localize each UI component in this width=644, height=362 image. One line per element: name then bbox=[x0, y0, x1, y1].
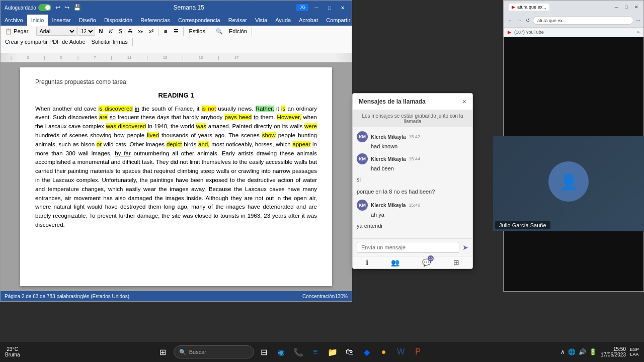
time-display[interactable]: 15:50 17/06/2023 bbox=[601, 346, 626, 357]
word-content-area[interactable]: Preguntas propuestas como tarea: READING… bbox=[1, 62, 352, 291]
apps-icon[interactable]: ⊞ bbox=[453, 258, 459, 266]
strikethrough-button[interactable]: S bbox=[126, 27, 134, 35]
address-text: atura que ex... bbox=[537, 18, 567, 23]
view-mode[interactable]: Concentración bbox=[302, 294, 335, 299]
browser-minimize[interactable]: ─ bbox=[612, 3, 620, 11]
task-view-icon[interactable]: ⊟ bbox=[257, 345, 271, 359]
superscript-button[interactable]: x² bbox=[146, 27, 156, 35]
user-badge[interactable]: JG bbox=[296, 4, 308, 11]
teams-messages-list[interactable]: KM Klerck Mikayla 15:42 had known KM Kle… bbox=[353, 127, 472, 238]
paste-button[interactable]: 📋 Pegar bbox=[3, 27, 31, 36]
reload-button[interactable]: ↺ bbox=[525, 17, 531, 24]
maximize-button[interactable]: □ bbox=[325, 4, 335, 11]
save-icon[interactable]: 💾 bbox=[73, 4, 81, 11]
redo-icon[interactable]: ↪ bbox=[64, 4, 69, 11]
battery-icon[interactable]: 🔋 bbox=[589, 348, 597, 355]
menu-vista[interactable]: Vista bbox=[251, 15, 271, 26]
participants-icon[interactable]: 👥 bbox=[391, 258, 399, 266]
align-left-button[interactable]: ≡ bbox=[162, 27, 170, 35]
volume-icon[interactable]: 🔊 bbox=[579, 348, 586, 355]
search-bar[interactable]: 🔍 Buscar bbox=[174, 345, 254, 358]
video-avatar: 👤 bbox=[548, 161, 589, 202]
menu-disposicion[interactable]: Disposición bbox=[100, 15, 136, 26]
teams-msg-header-3: KM Klerck Mikayla 15:46 bbox=[357, 200, 468, 211]
address-bar[interactable]: atura que ex... bbox=[533, 16, 633, 25]
powerpoint-taskbar-icon[interactable]: P bbox=[411, 345, 425, 359]
bullets-button[interactable]: ☰ bbox=[171, 27, 181, 36]
browser-maximize[interactable]: □ bbox=[622, 3, 630, 11]
menu-referencias[interactable]: Referencias bbox=[136, 15, 174, 26]
info-icon[interactable]: ℹ bbox=[366, 258, 368, 266]
undo-icon[interactable]: ↩ bbox=[55, 4, 60, 11]
menu-insertar[interactable]: Insertar bbox=[48, 15, 74, 26]
autosave-toggle[interactable] bbox=[38, 4, 51, 11]
teams-call-toolbar: ℹ 👥 💬 10 ⊞ bbox=[353, 256, 472, 268]
ruler-mark: | bbox=[77, 55, 78, 60]
highlight-or: or bbox=[97, 141, 102, 147]
vscode-icon[interactable]: ≡ bbox=[308, 345, 323, 359]
word-count: 3 de 783 palabras bbox=[36, 294, 76, 299]
underline-on: on bbox=[274, 123, 280, 129]
menu-diseño[interactable]: Diseño bbox=[75, 15, 100, 26]
teams-taskbar-icon[interactable]: 📞 bbox=[291, 345, 305, 359]
chat-icon[interactable]: 💬 10 bbox=[422, 258, 431, 266]
request-signatures-button[interactable]: Solicitar firmas bbox=[89, 38, 130, 46]
youtube-bookmark-label[interactable]: (187) YouTube bbox=[514, 30, 544, 35]
language-indicator[interactable]: ESP LAA bbox=[630, 347, 639, 357]
font-group: Arial 12 N K S S x₂ x² bbox=[36, 27, 158, 36]
font-select[interactable]: Arial bbox=[36, 27, 76, 36]
menu-archivo[interactable]: Archivo bbox=[1, 15, 27, 26]
teams-call-panel: Mensajes de la llamada × Los mensajes se… bbox=[352, 93, 473, 269]
styles-button[interactable]: Estilos bbox=[187, 27, 208, 35]
bold-button[interactable]: N bbox=[96, 27, 105, 35]
font-size-select[interactable]: 12 bbox=[77, 27, 95, 36]
teams-text-4: porque en la 8 no es had been? bbox=[357, 188, 468, 196]
edition-button[interactable]: Edición bbox=[226, 27, 250, 35]
teams-text-6: ya entendi bbox=[357, 222, 468, 230]
store-icon[interactable]: 🛍 bbox=[343, 345, 357, 359]
ruler-mark: 11 bbox=[127, 55, 132, 60]
teams-sender-2: Klerck Mikayla bbox=[371, 156, 406, 162]
ruler-mark: | bbox=[218, 55, 219, 60]
menu-revisar[interactable]: Revisar bbox=[224, 15, 251, 26]
start-button[interactable]: ⊞ bbox=[155, 344, 171, 359]
taskbar-center: ⊞ 🔍 Buscar ⊟ ◉ 📞 ≡ 📁 🛍 ◆ ● W P bbox=[155, 344, 425, 359]
italic-button[interactable]: K bbox=[106, 27, 115, 35]
teams-send-button[interactable]: ➤ bbox=[462, 243, 468, 251]
menu-acrobat[interactable]: Acrobat bbox=[295, 15, 322, 26]
browser-tab[interactable]: ▶ atura que ex... bbox=[509, 4, 549, 11]
find-button[interactable]: 🔍 bbox=[213, 27, 225, 36]
create-pdf-button[interactable]: Crear y compartir PDF de Adobe bbox=[3, 38, 88, 46]
back-button[interactable]: ← bbox=[507, 17, 514, 24]
ruler-mark: 17 bbox=[234, 55, 239, 60]
browser-close[interactable]: ✕ bbox=[632, 3, 640, 11]
forward-button[interactable]: → bbox=[516, 17, 523, 24]
menu-inicio[interactable]: Inicio bbox=[27, 15, 48, 26]
network-icon[interactable]: 🌐 bbox=[568, 348, 576, 355]
teams-sender-3: Klerck Mikayla bbox=[371, 203, 406, 208]
language-indicator: Inglés (Estados Unidos) bbox=[76, 294, 129, 299]
highlight-lived: lived bbox=[147, 132, 159, 138]
word-doc-name: Semana 15 bbox=[173, 4, 204, 11]
subscript-button[interactable]: x₂ bbox=[135, 27, 145, 36]
current-date: 17/06/2023 bbox=[601, 352, 626, 357]
underline-button[interactable]: S bbox=[116, 27, 125, 35]
menu-compartir[interactable]: Compartir bbox=[322, 15, 354, 26]
teams-time-3: 15:46 bbox=[409, 203, 421, 208]
dropbox-icon[interactable]: ◆ bbox=[360, 345, 374, 359]
file-explorer-icon[interactable]: 📁 bbox=[326, 345, 340, 359]
word-taskbar-icon[interactable]: W bbox=[394, 345, 408, 359]
teams-close-button[interactable]: × bbox=[462, 98, 466, 106]
menu-correspondencia[interactable]: Correspondencia bbox=[174, 15, 224, 26]
minimize-button[interactable]: ─ bbox=[311, 4, 321, 11]
word-titlebar-left: Autoguardado ↩ ↪ 💾 bbox=[5, 4, 81, 11]
teams-message-input[interactable] bbox=[357, 242, 459, 253]
extensions-icon[interactable]: ⋯ bbox=[635, 18, 640, 23]
edge-icon[interactable]: ◉ bbox=[274, 345, 288, 359]
editing-group: 🔍 Edición bbox=[213, 27, 252, 36]
browser-window-controls: ─ □ ✕ bbox=[612, 3, 640, 11]
show-hidden-icons[interactable]: ∧ bbox=[560, 348, 565, 355]
menu-ayuda[interactable]: Ayuda bbox=[271, 15, 295, 26]
chrome-icon[interactable]: ● bbox=[377, 345, 391, 359]
close-button[interactable]: ✕ bbox=[338, 4, 348, 11]
